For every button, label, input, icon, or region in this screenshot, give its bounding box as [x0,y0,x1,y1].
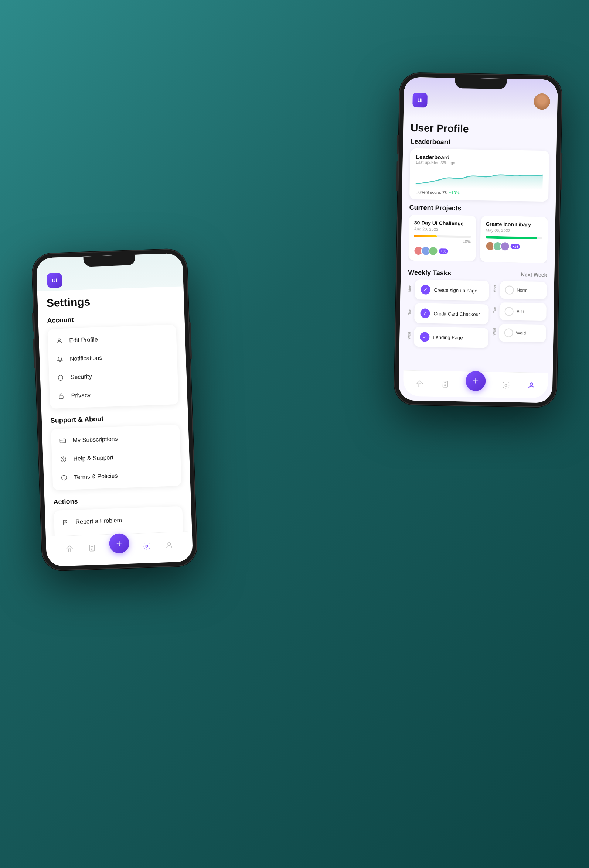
task-3-text: Landing Page [433,334,463,340]
task-2-text: Credit Card Checkout [434,310,479,317]
tasks-this-week: Mon ✓ Create sign up page Tue ✓ Credit [407,279,489,352]
next-task-1-text: Norm [516,288,528,293]
next-task-2-day: Tue [492,307,496,313]
notifications-label: Notifications [70,354,102,362]
account-section-label: Account [47,312,176,325]
next-task-3-day: Wed [492,328,496,335]
person-icon [55,337,64,345]
project-2-name: Create Icon Libary [486,221,543,228]
project-2-count: +14 [511,244,520,249]
check-icon-1: ✓ [420,285,430,294]
project-1-date: Aug 20, 2023 [414,227,471,232]
edit-profile-label: Edit Profile [69,336,98,344]
project-card-1[interactable]: 30 Day UI Challenge Aug 20, 2023 40% +38 [408,214,476,262]
nav-settings-right[interactable] [501,380,511,390]
account-card: Edit Profile Notifications [47,325,179,409]
check-icon-2: ✓ [420,308,430,318]
empty-circle-3 [504,328,513,337]
svg-point-16 [168,542,171,545]
svg-line-3 [60,440,65,440]
next-task-1-day: Mon [493,285,497,292]
next-task-row-3: Wed Weld [492,324,546,342]
next-task-card-2[interactable]: Edit [499,303,546,321]
svg-point-15 [146,545,148,547]
notch [83,255,135,267]
leaderboard-chart [415,167,543,190]
svg-point-22 [530,383,533,385]
check-icon-3: ✓ [420,332,429,341]
user-avatar[interactable] [534,93,550,110]
project-card-2[interactable]: Create Icon Libary May 05, 2023 +14 [480,216,548,263]
svg-point-4 [61,457,66,462]
report-label: Report a Problem [75,517,122,525]
nav-home-left[interactable] [64,543,75,554]
profile-title: User Profile [410,122,550,137]
project-1-count: +38 [439,248,448,254]
right-phone: UI User Profile Leaderboard Leaderboard … [394,72,562,407]
task-1-text: Create sign up page [434,287,477,293]
next-task-card-3[interactable]: Weld [499,324,546,342]
privacy-label: Privacy [71,392,90,399]
bottom-nav-right: + [403,370,548,399]
tasks-next-week: Mon Norm Tue Edit [491,281,547,353]
svg-rect-2 [60,438,65,443]
project-2-progress-label [485,240,542,241]
left-phone: UI Settings Account Edit Profile [31,248,198,571]
profile-screen-container: UI User Profile Leaderboard Leaderboard … [398,77,558,403]
tasks-content: Mon ✓ Create sign up page Tue ✓ Credit [407,279,547,353]
task-row-2: Tue ✓ Credit Card Checkout [407,303,489,325]
next-task-row-2: Tue Edit [492,303,546,321]
flag-icon [61,518,70,527]
nav-profile-left[interactable] [164,540,175,551]
avatar-3 [428,246,438,256]
app-logo: UI [47,273,62,288]
task-card-3[interactable]: ✓ Landing Page [414,327,488,348]
nav-settings-left[interactable] [142,540,152,551]
svg-point-0 [58,338,60,341]
project-1-progress-label: 40% [414,239,471,244]
info-icon [60,474,68,482]
nav-home-right[interactable] [414,378,425,389]
shield-icon [56,373,65,382]
project-2-progress-bar [485,236,542,239]
project-1-name: 30 Day UI Challenge [414,220,471,227]
fab-button-left[interactable]: + [109,533,130,554]
profile-content: User Profile Leaderboard Leaderboard Las… [399,117,557,377]
empty-circle-2 [505,307,513,316]
terms-item[interactable]: Terms & Policies [52,465,181,487]
project-1-avatars: +38 [413,246,471,257]
svg-point-5 [63,461,64,461]
leaderboard-card: Leaderboard Last updated 36h ago [409,148,549,202]
lock-icon [57,392,65,401]
settings-screen: UI Settings Account Edit Profile [36,253,193,566]
task-card-1[interactable]: ✓ Create sign up page [414,279,489,301]
svg-rect-1 [59,396,63,399]
empty-circle-1 [505,285,514,294]
next-task-2-text: Edit [516,309,524,314]
nav-profile-right[interactable] [526,380,537,391]
security-label: Security [71,373,92,381]
nav-tasks-right[interactable] [440,379,450,389]
tasks-section-title: Weekly Tasks [408,269,451,277]
next-task-3-text: Weld [516,331,526,336]
avatar-6 [500,241,509,251]
app-logo-right: UI [412,93,428,108]
help-circle-icon [59,455,68,464]
subscriptions-label: My Subscriptions [73,435,118,444]
next-task-card-1[interactable]: Norm [500,281,547,300]
project-1-progress-bar [414,235,471,238]
task-2-day: Tue [407,309,411,315]
task-1-day: Mon [408,284,412,292]
task-row-1: Mon ✓ Create sign up page [408,279,489,301]
project-2-progress-fill [485,236,537,239]
nav-tasks-left[interactable] [86,542,97,553]
tasks-header: Weekly Tasks Next Week [408,265,547,282]
privacy-item[interactable]: Privacy [49,383,179,406]
projects-section-title: Current Projects [409,204,548,214]
fab-button-right[interactable]: + [466,371,486,391]
svg-point-21 [505,384,507,386]
task-3-day: Wed [407,332,411,339]
bell-icon [56,355,64,364]
task-card-2[interactable]: ✓ Credit Card Checkout [414,303,489,324]
project-2-avatars: +14 [485,241,542,252]
